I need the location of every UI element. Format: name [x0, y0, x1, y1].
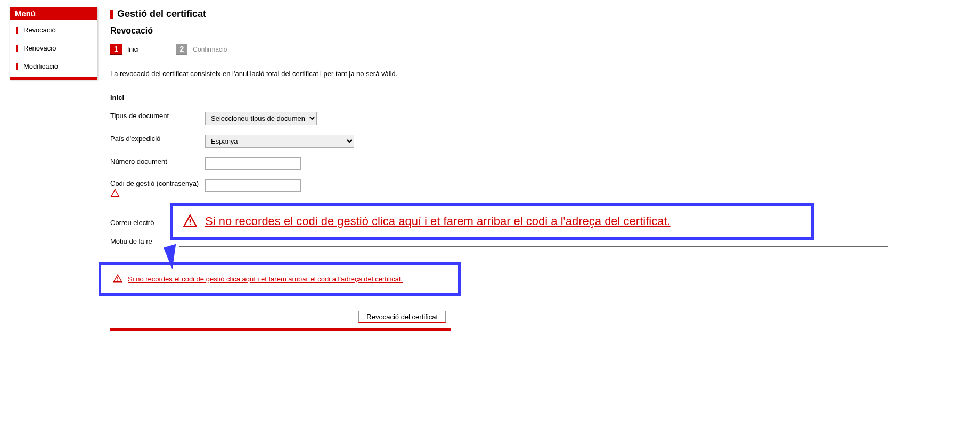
sidebar-item-revocacio[interactable]: Revocació [14, 21, 93, 39]
bottom-red-bar [110, 328, 451, 331]
divider [179, 246, 888, 247]
menu-title: Menú [10, 7, 97, 20]
step-1: 1 Inici [110, 44, 138, 55]
sidebar-item-modificacio[interactable]: Modificació [14, 57, 93, 75]
red-marker-icon [16, 63, 18, 70]
sidebar-bottom-bar [10, 77, 97, 80]
red-bar-icon [110, 10, 113, 19]
doc-type-label: Tipus de document [110, 112, 205, 121]
section-title: Revocació [110, 24, 888, 38]
sidebar-item-label: Revocació [23, 26, 56, 34]
step-label: Inici [127, 46, 138, 53]
country-select[interactable]: Espanya [205, 135, 354, 148]
warning-icon [110, 192, 120, 200]
doc-type-select[interactable]: Seleccioneu tipus de document [205, 112, 317, 125]
sidebar-item-renovacio[interactable]: Renovació [14, 39, 93, 57]
sidebar-item-label: Modificació [23, 62, 58, 70]
callout-large: Si no recordes el codi de gestió clica a… [170, 203, 814, 240]
step-indicator: 1 Inici 2 Confirmació [110, 38, 888, 61]
code-label: Codi de gestió (contrasenya) [110, 179, 205, 201]
step-label: Confirmació [193, 46, 227, 53]
code-input[interactable] [205, 179, 301, 192]
main-content: Gestió del certificat Revocació 1 Inici … [110, 7, 888, 331]
doc-num-input[interactable] [205, 157, 301, 170]
step-number: 2 [176, 44, 187, 55]
sidebar: Menú Revocació Renovació Modificació [10, 7, 97, 80]
warning-icon [183, 213, 198, 230]
recover-code-link[interactable]: Si no recordes el codi de gestió clica a… [205, 214, 671, 228]
step-number: 1 [110, 44, 122, 55]
red-marker-icon [16, 45, 18, 52]
revoke-button[interactable]: Revocació del certificat [358, 311, 446, 323]
form-block-title: Inici [110, 93, 888, 104]
doc-num-label: Número document [110, 157, 205, 167]
callout-small: Si no recordes el codi de gestió clica a… [99, 262, 461, 296]
page-title: Gestió del certificat [117, 9, 206, 20]
sidebar-item-label: Renovació [23, 44, 56, 52]
step-2: 2 Confirmació [176, 44, 227, 55]
warning-icon [113, 273, 123, 285]
country-label: País d'expedició [110, 135, 205, 144]
recover-code-link[interactable]: Si no recordes el codi de gestió clica a… [128, 275, 403, 283]
red-marker-icon [16, 27, 18, 34]
intro-text: La revocació del certificat consisteix e… [110, 61, 888, 93]
svg-point-1 [190, 224, 191, 225]
svg-point-3 [117, 280, 118, 281]
